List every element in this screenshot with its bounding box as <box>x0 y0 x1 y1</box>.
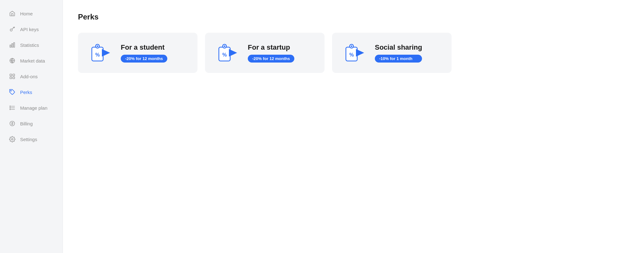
sidebar-item-api-keys-label: API keys <box>20 27 39 32</box>
sidebar-item-add-ons-label: Add-ons <box>20 74 38 79</box>
sidebar-item-settings-label: Settings <box>20 137 37 142</box>
sidebar-item-home[interactable]: Home <box>0 6 63 21</box>
perk-icon-startup: % <box>218 43 240 63</box>
addons-icon <box>9 73 16 80</box>
sidebar-item-statistics-label: Statistics <box>20 42 39 48</box>
svg-point-0 <box>10 29 12 31</box>
perk-card-social[interactable]: % Social sharing -10% for 1 month <box>332 33 452 73</box>
svg-point-14 <box>10 107 10 108</box>
perk-badge-social: -10% for 1 month <box>375 55 422 63</box>
perks-grid: % For a student -20% for 12 months % <box>78 33 629 73</box>
svg-point-20 <box>97 46 98 47</box>
perk-text-startup: For a startup -20% for 12 months <box>248 43 294 63</box>
settings-icon <box>9 136 16 143</box>
home-icon <box>9 10 16 17</box>
manage-icon <box>9 104 16 111</box>
sidebar-item-manage-plan[interactable]: Manage plan <box>0 101 63 115</box>
perk-text-student: For a student -20% for 12 months <box>121 43 167 63</box>
svg-point-13 <box>10 106 10 107</box>
svg-rect-6 <box>13 74 15 76</box>
svg-marker-27 <box>229 49 237 57</box>
page-title: Perks <box>78 13 629 21</box>
svg-text:%: % <box>222 52 227 58</box>
svg-marker-32 <box>356 49 364 57</box>
svg-point-9 <box>11 91 12 91</box>
perk-badge-startup: -20% for 12 months <box>248 55 294 63</box>
key-icon <box>9 26 16 33</box>
svg-rect-1 <box>10 45 11 47</box>
perk-title-startup: For a startup <box>248 43 294 52</box>
svg-point-25 <box>224 46 225 47</box>
sidebar-item-billing-label: Billing <box>20 121 33 126</box>
perks-icon <box>9 89 16 96</box>
svg-rect-2 <box>12 44 13 47</box>
sidebar-item-billing[interactable]: Billing <box>0 116 63 131</box>
sidebar-item-settings[interactable]: Settings <box>0 132 63 146</box>
svg-point-15 <box>10 109 10 110</box>
svg-point-30 <box>351 46 353 47</box>
perk-icon-social: % <box>345 43 367 63</box>
perk-card-student[interactable]: % For a student -20% for 12 months <box>78 33 197 73</box>
svg-rect-3 <box>14 43 14 47</box>
perk-icon-student: % <box>91 43 113 63</box>
sidebar-item-manage-plan-label: Manage plan <box>20 105 47 111</box>
perk-text-social: Social sharing -10% for 1 month <box>375 43 422 63</box>
sidebar-item-market-data-label: Market data <box>20 58 45 63</box>
perk-title-student: For a student <box>121 43 167 52</box>
perk-card-startup[interactable]: % For a startup -20% for 12 months <box>205 33 325 73</box>
sidebar-item-perks-label: Perks <box>20 90 32 95</box>
svg-rect-8 <box>13 77 15 79</box>
svg-rect-7 <box>10 77 12 79</box>
sidebar-item-home-label: Home <box>20 11 33 16</box>
sidebar-item-market-data[interactable]: Market data <box>0 53 63 68</box>
svg-rect-5 <box>10 74 12 76</box>
sidebar-item-add-ons[interactable]: Add-ons <box>0 69 63 84</box>
bar-chart-icon <box>9 41 16 48</box>
perk-badge-student: -20% for 12 months <box>121 55 167 63</box>
svg-text:%: % <box>349 52 354 58</box>
sidebar: Home API keys Statistics <box>0 0 63 253</box>
svg-text:%: % <box>95 52 100 58</box>
svg-point-17 <box>12 139 13 140</box>
sidebar-item-statistics[interactable]: Statistics <box>0 38 63 52</box>
sidebar-item-perks[interactable]: Perks <box>0 85 63 99</box>
svg-marker-22 <box>102 49 110 57</box>
billing-icon <box>9 120 16 127</box>
perk-title-social: Social sharing <box>375 43 422 52</box>
main-content: Perks % For a student -20% for 12 months <box>63 0 644 253</box>
sidebar-item-api-keys[interactable]: API keys <box>0 22 63 36</box>
market-icon <box>9 57 16 64</box>
